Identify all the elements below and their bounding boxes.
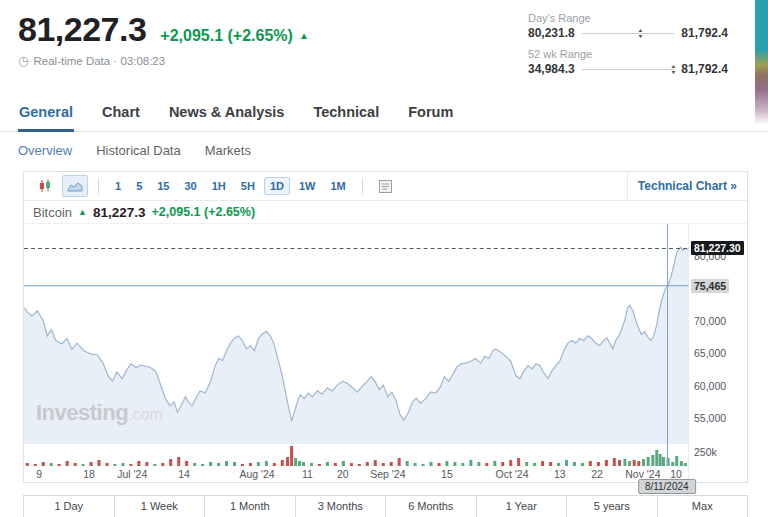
price-change-value: +2,095.1 (+2.65%)	[160, 27, 293, 45]
main-tabs: GeneralChartNews & AnalysisTechnicalForu…	[0, 98, 768, 132]
ticker-change: +2,095.1 (+2.65%)	[152, 205, 256, 219]
price-area-series	[24, 224, 688, 444]
period-1-week[interactable]: 1 Week	[115, 496, 206, 517]
crosshair-line	[667, 224, 668, 466]
crosshair-date-badge: 8/11/2024	[638, 479, 696, 494]
x-tick-11: 11	[302, 468, 313, 480]
ad-banner-edge	[755, 0, 768, 125]
interval-1d[interactable]: 1D	[264, 177, 290, 195]
sub-nav: OverviewHistorical DataMarkets	[0, 143, 768, 158]
tab-forum[interactable]: Forum	[407, 98, 454, 131]
chart-ticker-row: Bitcoin ▲ 81,227.3 +2,095.1 (+2.65%)	[24, 201, 747, 224]
realtime-status: Real-time Data · 03:08:23	[33, 55, 165, 67]
period-5-years[interactable]: 5 years	[567, 496, 658, 517]
hline-price-badge: 75,465	[691, 279, 729, 293]
y-tick-60-000: 60,000	[694, 380, 726, 392]
up-arrow-icon: ▲	[299, 31, 309, 41]
area-chart-icon[interactable]	[62, 175, 88, 197]
interval-1h[interactable]: 1H	[206, 177, 232, 195]
days-range-track	[582, 33, 675, 34]
bitcoin-overview-page: 81,227.3 +2,095.1 (+2.65%)▲ ◷ Real-time …	[0, 0, 768, 517]
days-range-label: Day's Range	[528, 12, 728, 24]
period-3-months[interactable]: 3 Months	[296, 496, 387, 517]
technical-chart-link[interactable]: Technical Chart »	[638, 179, 737, 193]
period-buttons: 1 Day1 Week1 Month3 Months6 Months1 Year…	[23, 495, 748, 517]
52wk-range-track	[582, 69, 675, 70]
52wk-range-low: 34,984.3	[528, 62, 575, 76]
current-price: 81,227.3	[18, 10, 146, 49]
subnav-overview[interactable]: Overview	[18, 143, 72, 158]
interval-buttons: 1515301H5H1D1W1M	[109, 177, 352, 195]
days-range-low: 80,231.8	[528, 26, 575, 40]
period-1-year[interactable]: 1 Year	[477, 496, 568, 517]
interval-1m[interactable]: 1M	[324, 177, 351, 195]
52wk-range-high: 81,792.4	[681, 62, 728, 76]
candlestick-chart-icon[interactable]	[32, 175, 58, 197]
x-tick-15: 15	[441, 468, 453, 480]
x-axis: 918Jul '2414Aug '241120Sep '2415Oct '241…	[24, 466, 688, 482]
52wk-range-label: 52 wk Range	[528, 48, 728, 60]
interval-30[interactable]: 30	[179, 177, 203, 195]
period-1-day[interactable]: 1 Day	[24, 496, 115, 517]
y-tick-70-000: 70,000	[694, 315, 726, 327]
ticker-up-arrow-icon: ▲	[78, 208, 87, 217]
subnav-historical-data[interactable]: Historical Data	[96, 143, 181, 158]
x-tick-20: 20	[337, 468, 349, 480]
interval-1[interactable]: 1	[109, 177, 127, 195]
indicators-panel-icon[interactable]	[373, 175, 399, 197]
x-tick-14: 14	[178, 468, 190, 480]
52wk-range-marker	[671, 65, 676, 74]
toolbar-right: Technical Chart »	[627, 172, 747, 200]
y-tick-volume: 250k	[694, 446, 717, 458]
x-tick-18: 18	[83, 468, 95, 480]
interval-5h[interactable]: 5H	[235, 177, 261, 195]
interval-15[interactable]: 15	[151, 177, 175, 195]
chart-toolbar: 1515301H5H1D1W1M Technical Chart »	[24, 172, 747, 201]
y-tick-65-000: 65,000	[694, 347, 726, 359]
52wk-range: 52 wk Range 34,984.3 81,792.4	[528, 48, 728, 76]
current-price-badge: 81,227.30	[691, 241, 744, 255]
toolbar-separator	[98, 178, 99, 194]
ranges-block: Day's Range 80,231.8 81,792.4 52 wk Rang…	[528, 12, 728, 84]
days-range-high: 81,792.4	[681, 26, 728, 40]
x-tick-9: 9	[36, 468, 42, 480]
toolbar-separator	[362, 178, 363, 194]
tab-news-analysis[interactable]: News & Analysis	[168, 98, 286, 131]
subnav-markets[interactable]: Markets	[205, 143, 251, 158]
x-tick-aug-24: Aug '24	[239, 468, 274, 480]
period-max[interactable]: Max	[658, 496, 749, 517]
price-chart[interactable]: 918Jul '2414Aug '241120Sep '2415Oct '241…	[24, 224, 688, 482]
price-block: 81,227.3 +2,095.1 (+2.65%)▲ ◷ Real-time …	[18, 10, 309, 67]
ticker-name: Bitcoin	[33, 205, 72, 220]
y-tick-55-000: 55,000	[694, 412, 726, 424]
interval-1w[interactable]: 1W	[293, 177, 322, 195]
price-change: +2,095.1 (+2.65%)▲	[160, 27, 308, 45]
days-range-marker	[638, 29, 643, 38]
period-6-months[interactable]: 6 Months	[386, 496, 477, 517]
x-tick-13: 13	[554, 468, 566, 480]
days-range: Day's Range 80,231.8 81,792.4	[528, 12, 728, 40]
tab-general[interactable]: General	[18, 98, 74, 132]
volume-bars	[24, 444, 688, 466]
x-tick-oct-24: Oct '24	[496, 468, 529, 480]
tab-chart[interactable]: Chart	[101, 98, 141, 131]
chart-widget: 1515301H5H1D1W1M Technical Chart » Bitco…	[23, 171, 748, 483]
ticker-price: 81,227.3	[93, 205, 146, 220]
y-axis: 80,00070,00065,00060,00055,000250k81,227…	[688, 224, 747, 482]
x-tick-22: 22	[591, 468, 603, 480]
period-1-month[interactable]: 1 Month	[205, 496, 296, 517]
instrument-header: 81,227.3 +2,095.1 (+2.65%)▲ ◷ Real-time …	[0, 0, 768, 84]
interval-5[interactable]: 5	[130, 177, 148, 195]
x-tick-jul-24: Jul '24	[117, 468, 147, 480]
tab-technical[interactable]: Technical	[312, 98, 380, 131]
x-tick-sep-24: Sep '24	[370, 468, 405, 480]
chart-body: 918Jul '2414Aug '241120Sep '2415Oct '241…	[24, 224, 747, 482]
clock-icon: ◷	[18, 55, 28, 67]
